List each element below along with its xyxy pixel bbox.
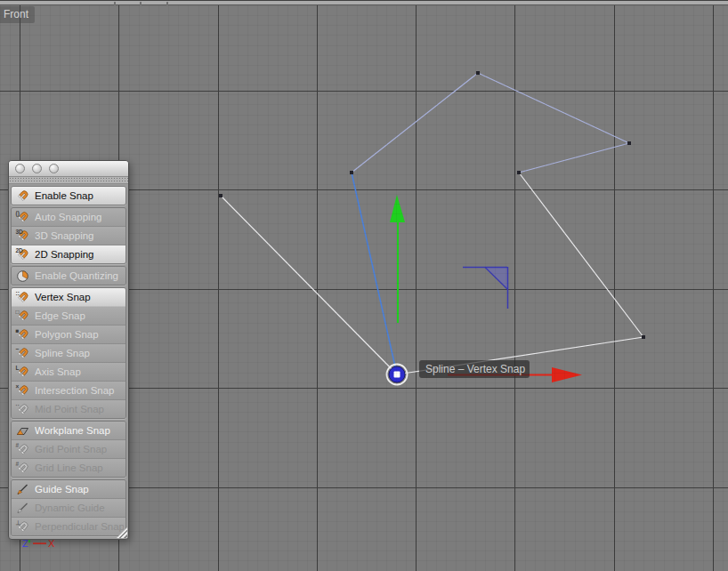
palette-item-polygon-snap[interactable]: ■Polygon Snap bbox=[12, 326, 125, 344]
svg-text:(): () bbox=[16, 210, 20, 217]
toolbar-edge-mark bbox=[140, 2, 142, 5]
svg-text:■: ■ bbox=[16, 327, 20, 334]
spline-vertex[interactable] bbox=[517, 171, 521, 174]
svg-text:3D: 3D bbox=[16, 229, 24, 235]
svg-text:□: □ bbox=[16, 309, 20, 315]
spline-snap-icon: ~ bbox=[15, 346, 30, 361]
quantize-clock-icon bbox=[15, 269, 30, 284]
zoom-window-button[interactable] bbox=[49, 164, 59, 173]
svg-text:×: × bbox=[16, 383, 20, 390]
palette-item-label: Spline Snap bbox=[35, 348, 90, 358]
dynamic-guide-icon bbox=[15, 501, 30, 516]
svg-text:#: # bbox=[16, 442, 20, 448]
palette-item-vertex-snap[interactable]: ::Vertex Snap bbox=[12, 288, 125, 307]
palette-item-enable-snap[interactable]: Enable Snap bbox=[12, 187, 125, 205]
palette-item-groups: Enable Snap()Auto Snapping3D3D Snapping2… bbox=[9, 184, 128, 539]
spline-vertex[interactable] bbox=[627, 141, 631, 145]
spline-vertex[interactable] bbox=[476, 71, 480, 75]
palette-group: ::Vertex Snap□Edge Snap■Polygon Snap~Spl… bbox=[11, 287, 126, 419]
palette-group: Enable Quantizing bbox=[11, 266, 126, 286]
palette-group: Workplane Snap#Grid Point Snap#Grid Line… bbox=[11, 421, 126, 478]
svg-text:::: :: bbox=[16, 290, 20, 296]
palette-item-label: Guide Snap bbox=[35, 484, 89, 495]
snap-tooltip: Spline – Vertex Snap bbox=[419, 360, 530, 378]
toolbar-edge-mark bbox=[166, 2, 168, 5]
palette-group: Guide SnapDynamic Guide⊥Perpendicular Sn… bbox=[11, 479, 126, 536]
palette-item-label: Grid Line Snap bbox=[35, 462, 103, 473]
palette-item-label: Dynamic Guide bbox=[35, 503, 105, 513]
mid-point-snap-icon: ·· bbox=[15, 402, 30, 417]
selected-vertex-square bbox=[394, 372, 400, 378]
guide-snap-icon bbox=[15, 482, 30, 497]
palette-item-guide-snap[interactable]: Guide Snap bbox=[12, 480, 125, 499]
axis-snap-icon: L bbox=[15, 365, 30, 380]
palette-item-label: 3D Snapping bbox=[35, 230, 94, 241]
palette-item-label: Edge Snap bbox=[35, 310, 85, 321]
palette-group: ()Auto Snapping3D3D Snapping2D2D Snappin… bbox=[11, 207, 126, 264]
svg-text:2D: 2D bbox=[16, 247, 24, 253]
edge-snap-icon: □ bbox=[15, 309, 30, 324]
palette-item-edge-snap[interactable]: □Edge Snap bbox=[12, 307, 125, 326]
palette-item-dynamic-guide[interactable]: Dynamic Guide bbox=[12, 499, 125, 518]
palette-item-label: 2D Snapping bbox=[35, 249, 94, 260]
palette-item-intersection-snap[interactable]: ×Intersection Snap bbox=[12, 382, 125, 400]
svg-text:L: L bbox=[16, 365, 20, 371]
perpendicular-snap-icon: ⊥ bbox=[15, 519, 30, 535]
palette-item-label: Workplane Snap bbox=[35, 425, 110, 436]
workplane-snap-icon bbox=[15, 423, 30, 438]
palette-item-label: Perpendicular Snap bbox=[35, 521, 124, 532]
palette-item-label: Enable Quantizing bbox=[35, 270, 118, 281]
palette-item-auto-snapping[interactable]: ()Auto Snapping bbox=[12, 208, 125, 227]
palette-item-label: Axis Snap bbox=[35, 366, 81, 377]
svg-text:#: # bbox=[16, 461, 20, 467]
snap-palette-window: Enable Snap()Auto Snapping3D3D Snapping2… bbox=[8, 160, 129, 540]
palette-item-spline-snap[interactable]: ~Spline Snap bbox=[12, 344, 125, 363]
palette-item-label: Auto Snapping bbox=[35, 212, 101, 222]
svg-text:~: ~ bbox=[16, 346, 20, 352]
palette-item-grid-line-snap[interactable]: #Grid Line Snap bbox=[12, 459, 125, 477]
grid-point-snap-icon: # bbox=[15, 442, 30, 457]
palette-item-perpendicular-snap[interactable]: ⊥Perpendicular Snap bbox=[12, 518, 125, 535]
palette-item-label: Grid Point Snap bbox=[35, 444, 107, 454]
spline-vertex[interactable] bbox=[219, 194, 222, 197]
palette-item-label: Enable Snap bbox=[35, 190, 93, 201]
2d-snapping-icon: 2D bbox=[15, 247, 30, 262]
palette-title-bar[interactable] bbox=[9, 161, 128, 177]
toolbar-edge-mark bbox=[114, 2, 116, 5]
palette-item-quantize-clock[interactable]: Enable Quantizing bbox=[12, 267, 125, 285]
viewport-window: { "view": { "label": "Front" }, "top_str… bbox=[0, 0, 728, 571]
grid-line-snap-icon: # bbox=[15, 461, 30, 476]
svg-text:⊥: ⊥ bbox=[16, 519, 21, 526]
svg-text:··: ·· bbox=[16, 402, 20, 408]
polygon-snap-icon: ■ bbox=[15, 327, 30, 342]
spline-vertex[interactable] bbox=[642, 335, 645, 339]
palette-item-label: Mid Point Snap bbox=[35, 404, 104, 414]
intersection-snap-icon: × bbox=[15, 383, 30, 398]
toolbar-edge-strip bbox=[0, 0, 728, 5]
palette-item-label: Vertex Snap bbox=[35, 292, 91, 302]
view-name-label: Front bbox=[0, 6, 35, 23]
palette-item-mid-point-snap[interactable]: ··Mid Point Snap bbox=[12, 400, 125, 418]
palette-group: Enable Snap bbox=[11, 186, 126, 205]
vertex-snap-icon: :: bbox=[15, 290, 30, 305]
palette-item-label: Polygon Snap bbox=[35, 329, 99, 340]
close-window-button[interactable] bbox=[15, 164, 25, 173]
enable-snap-icon bbox=[15, 189, 30, 204]
palette-item-workplane-snap[interactable]: Workplane Snap bbox=[12, 422, 125, 440]
palette-item-3d-snapping[interactable]: 3D3D Snapping bbox=[12, 227, 125, 245]
palette-texture-strip bbox=[9, 177, 128, 184]
auto-snapping-icon: () bbox=[15, 210, 30, 225]
palette-item-label: Intersection Snap bbox=[35, 385, 115, 396]
3d-snapping-icon: 3D bbox=[15, 229, 30, 244]
palette-item-axis-snap[interactable]: LAxis Snap bbox=[12, 363, 125, 382]
palette-item-grid-point-snap[interactable]: #Grid Point Snap bbox=[12, 440, 125, 459]
palette-item-2d-snapping[interactable]: 2D2D Snapping bbox=[12, 245, 125, 263]
minimize-window-button[interactable] bbox=[32, 164, 42, 173]
spline-vertex[interactable] bbox=[350, 171, 353, 174]
